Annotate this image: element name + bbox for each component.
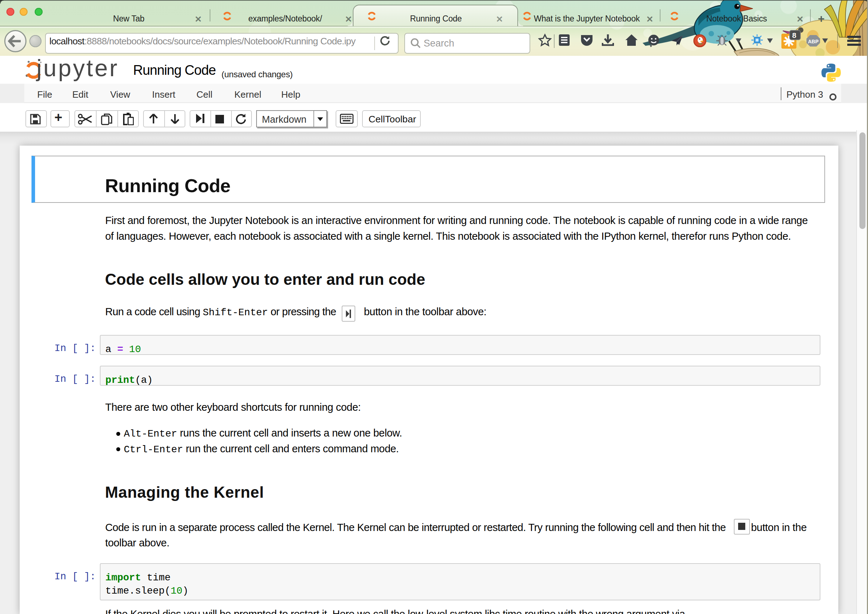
- svg-text:ABP: ABP: [808, 39, 818, 44]
